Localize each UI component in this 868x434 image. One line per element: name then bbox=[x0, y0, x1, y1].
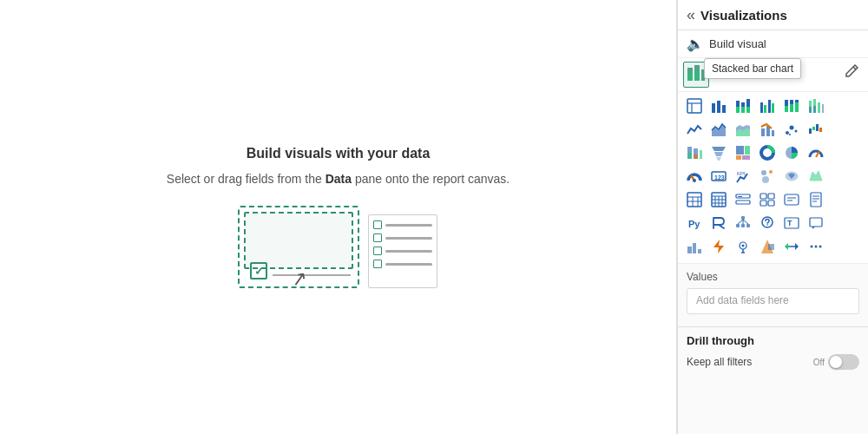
illus-left-box: ↗ bbox=[238, 206, 359, 288]
ribbon-chart-icon[interactable] bbox=[683, 142, 706, 163]
table-icon[interactable] bbox=[683, 95, 706, 116]
python-icon[interactable]: Py bbox=[683, 213, 706, 233]
illus-list-icon-4 bbox=[373, 260, 382, 268]
shape-map-icon[interactable] bbox=[805, 166, 827, 187]
svg-rect-48 bbox=[687, 153, 692, 159]
svg-rect-85 bbox=[736, 201, 750, 204]
subtitle-prefix: Select or drag fields from the bbox=[167, 172, 326, 186]
svg-rect-58 bbox=[742, 155, 750, 160]
more-vis-icon-1[interactable] bbox=[805, 95, 827, 116]
matrix-icon[interactable] bbox=[707, 189, 730, 210]
svg-marker-54 bbox=[716, 157, 721, 161]
svg-marker-124 bbox=[785, 243, 788, 250]
svg-point-107 bbox=[766, 224, 768, 226]
gauge-icon-small[interactable] bbox=[805, 142, 827, 163]
svg-rect-56 bbox=[745, 146, 750, 155]
stacked-area-icon[interactable] bbox=[732, 119, 754, 140]
svg-line-103 bbox=[738, 220, 743, 224]
svg-rect-16 bbox=[746, 107, 750, 113]
values-label: Values bbox=[687, 271, 859, 283]
scatter-icon[interactable] bbox=[780, 119, 803, 140]
svg-rect-1 bbox=[687, 73, 693, 81]
card-icon[interactable]: 123 bbox=[707, 166, 730, 187]
toggle-off-label: Off bbox=[813, 358, 825, 367]
stacked-bar-icon[interactable] bbox=[732, 95, 754, 116]
small-multiple-icon[interactable] bbox=[683, 236, 706, 257]
qa-icon[interactable] bbox=[756, 213, 779, 233]
slicer-icon[interactable] bbox=[732, 189, 754, 210]
svg-rect-89 bbox=[760, 201, 766, 206]
paginated-icon[interactable] bbox=[805, 189, 827, 210]
svg-text:Py: Py bbox=[688, 219, 700, 229]
illus-list-text-3 bbox=[385, 250, 432, 253]
svg-marker-123 bbox=[795, 243, 799, 250]
pencil-icon bbox=[844, 63, 859, 79]
svg-rect-55 bbox=[736, 146, 744, 155]
illus-list-text-2 bbox=[385, 237, 432, 240]
kpi-icon[interactable]: KPI bbox=[732, 166, 754, 187]
svg-rect-94 bbox=[811, 193, 821, 207]
decomp-tree-icon[interactable] bbox=[732, 213, 754, 233]
svg-rect-43 bbox=[809, 128, 812, 134]
keep-filters-toggle[interactable] bbox=[828, 354, 859, 370]
svg-point-67 bbox=[761, 170, 766, 175]
pie-chart-icon[interactable] bbox=[780, 142, 803, 163]
svg-rect-5 bbox=[687, 99, 701, 113]
svg-rect-57 bbox=[736, 155, 741, 160]
r-icon[interactable] bbox=[707, 213, 730, 233]
svg-rect-17 bbox=[760, 102, 763, 113]
svg-rect-22 bbox=[785, 106, 788, 112]
shapes-icon[interactable] bbox=[756, 236, 779, 257]
svg-rect-26 bbox=[795, 102, 799, 112]
arrows-icon[interactable] bbox=[780, 236, 803, 257]
icons-row-4: 123 KPI bbox=[683, 166, 863, 187]
table-large-icon[interactable] bbox=[683, 189, 706, 210]
line-chart-icon[interactable] bbox=[683, 119, 706, 140]
svg-marker-53 bbox=[714, 152, 723, 156]
svg-rect-9 bbox=[717, 101, 720, 113]
funnel-icon[interactable] bbox=[707, 142, 730, 163]
gauge-large-icon[interactable] bbox=[683, 166, 706, 187]
icons-row-1 bbox=[683, 95, 863, 116]
donut-icon[interactable] bbox=[756, 142, 779, 163]
bar-chart-icon[interactable] bbox=[707, 95, 730, 116]
area-chart-icon[interactable] bbox=[707, 119, 730, 140]
svg-point-41 bbox=[795, 130, 798, 133]
panel-title: Visualizations bbox=[700, 8, 787, 23]
lightning-icon[interactable] bbox=[707, 236, 730, 257]
azure-map-icon[interactable] bbox=[732, 236, 754, 257]
multi-row-card-icon[interactable] bbox=[756, 189, 779, 210]
dot-scatter-icon[interactable] bbox=[756, 166, 779, 187]
toggle-row[interactable]: Off bbox=[813, 354, 859, 370]
values-section: Values Add data fields here bbox=[678, 264, 868, 326]
svg-rect-45 bbox=[816, 124, 819, 131]
clustered-bar-icon[interactable] bbox=[756, 95, 779, 116]
values-dropzone[interactable]: Add data fields here bbox=[687, 288, 859, 314]
svg-rect-24 bbox=[790, 104, 793, 112]
svg-rect-18 bbox=[764, 105, 766, 113]
filled-map-icon[interactable] bbox=[780, 166, 803, 187]
svg-rect-91 bbox=[785, 194, 799, 205]
svg-line-105 bbox=[743, 220, 748, 224]
illus-list-text-1 bbox=[385, 224, 432, 227]
svg-rect-84 bbox=[736, 194, 750, 198]
treemap-icon[interactable] bbox=[732, 142, 754, 163]
more-visuals-icon[interactable] bbox=[805, 236, 827, 257]
waterfall-icon[interactable] bbox=[805, 119, 827, 140]
narrative-icon[interactable] bbox=[805, 213, 827, 233]
svg-rect-100 bbox=[736, 224, 740, 227]
svg-rect-11 bbox=[736, 101, 740, 107]
svg-rect-102 bbox=[746, 224, 750, 227]
panel-back-button[interactable]: « bbox=[687, 7, 695, 23]
svg-point-42 bbox=[789, 134, 791, 135]
100-stacked-bar-icon[interactable] bbox=[780, 95, 803, 116]
textbox-icon[interactable]: T bbox=[780, 213, 803, 233]
pencil-icon-area[interactable] bbox=[840, 62, 863, 84]
build-visual-row[interactable]: 🔈 Build visual bbox=[678, 30, 868, 58]
smart-narrative-icon[interactable] bbox=[780, 189, 803, 210]
svg-rect-101 bbox=[741, 224, 745, 227]
svg-rect-12 bbox=[736, 107, 740, 113]
icons-row-5 bbox=[683, 189, 863, 210]
svg-text:KPI: KPI bbox=[737, 171, 746, 176]
bar-line-combo-icon[interactable] bbox=[756, 119, 779, 140]
